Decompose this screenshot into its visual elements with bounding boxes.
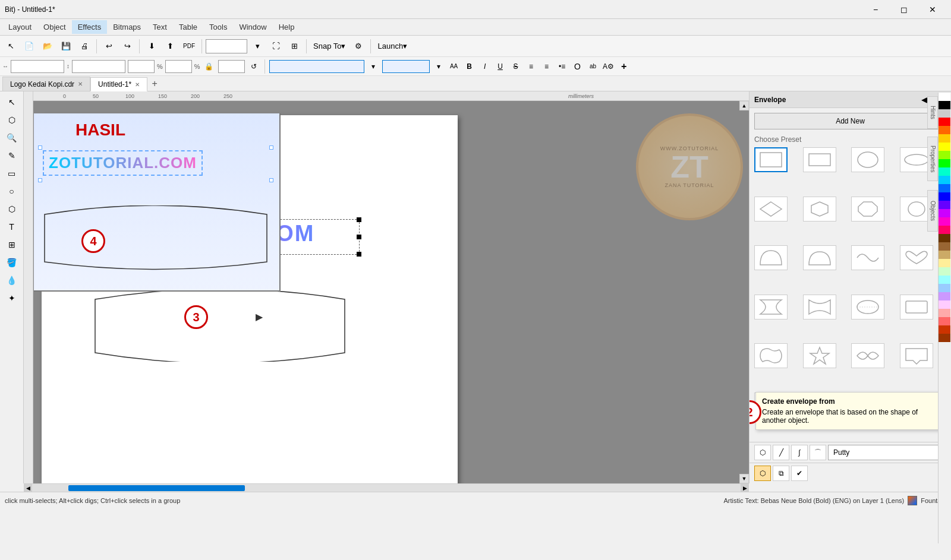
- close-button[interactable]: ✕: [919, 1, 946, 18]
- preset-lens[interactable]: [851, 343, 884, 368]
- color-swatch[interactable]: [939, 334, 950, 342]
- align-left-btn[interactable]: ≡: [525, 60, 538, 73]
- preset-rect[interactable]: [803, 147, 836, 172]
- preset-hexagon[interactable]: [803, 197, 836, 222]
- font-size-input[interactable]: 81.342 pt: [382, 60, 430, 73]
- close-tab-0[interactable]: ✕: [78, 81, 83, 87]
- restore-button[interactable]: ◻: [890, 1, 918, 18]
- envelope-copy-btn[interactable]: ⧉: [773, 466, 789, 481]
- color-swatch[interactable]: [939, 143, 950, 151]
- tab-logo-kedai[interactable]: Logo Kedai Kopi.cdr ✕: [2, 77, 90, 91]
- preset-heart[interactable]: [900, 245, 933, 270]
- handle-mr[interactable]: [357, 235, 361, 239]
- handle-tr[interactable]: [357, 217, 361, 222]
- color-swatch[interactable]: [939, 325, 950, 334]
- env-straight-btn[interactable]: ╱: [773, 445, 789, 460]
- scroll-top-btn[interactable]: ▲: [739, 101, 749, 110]
- font-size-dropdown-btn[interactable]: ▾: [432, 60, 445, 73]
- import-btn[interactable]: ⬇: [143, 38, 160, 55]
- export-btn[interactable]: ⬆: [162, 38, 178, 55]
- color-swatch[interactable]: [939, 292, 950, 300]
- preset-diamond[interactable]: [754, 197, 788, 222]
- preset-blob1[interactable]: [754, 343, 788, 368]
- hscroll-left-btn[interactable]: ◀: [24, 484, 32, 492]
- table-tool[interactable]: ⊞: [2, 236, 22, 253]
- scale-x-input[interactable]: 100.0: [128, 60, 155, 73]
- color-swatch[interactable]: [939, 300, 950, 309]
- color-swatch[interactable]: [939, 192, 950, 201]
- underline-btn[interactable]: U: [494, 60, 507, 73]
- color-swatch[interactable]: [939, 134, 950, 143]
- color-swatch[interactable]: [939, 242, 950, 251]
- color-swatch[interactable]: [939, 234, 950, 242]
- scroll-bottom-btn[interactable]: ▼: [739, 474, 749, 483]
- scale-y-input[interactable]: 100.0: [165, 60, 192, 73]
- outline-btn[interactable]: O: [571, 60, 584, 73]
- color-swatch[interactable]: [939, 167, 950, 176]
- fill-tool[interactable]: 🪣: [2, 254, 22, 271]
- color-swatch[interactable]: [939, 118, 950, 126]
- hscroll-right-btn[interactable]: ▶: [741, 484, 749, 492]
- bullet-btn[interactable]: •≡: [556, 60, 569, 73]
- ellipse-tool[interactable]: ○: [2, 183, 22, 200]
- save-btn[interactable]: 💾: [58, 38, 74, 55]
- env-node-btn[interactable]: ⬡: [754, 445, 771, 460]
- width-input[interactable]: 175.663 mm: [11, 60, 64, 73]
- lock-ratio-btn[interactable]: 🔒: [203, 60, 216, 73]
- hints-panel-btn[interactable]: Hints: [927, 96, 938, 129]
- color-swatch[interactable]: [939, 109, 950, 118]
- env-curve-btn[interactable]: ∫: [791, 445, 808, 460]
- zoom-dropdown-btn[interactable]: ▾: [249, 38, 266, 55]
- eyedropper-tool[interactable]: 💧: [2, 272, 22, 289]
- color-swatch[interactable]: [939, 251, 950, 259]
- minimize-button[interactable]: −: [862, 1, 889, 18]
- snap-to-btn[interactable]: Snap To ▾: [310, 38, 348, 55]
- hscroll-thumb[interactable]: [68, 485, 245, 491]
- add-text-btn[interactable]: +: [618, 60, 631, 73]
- pick-tool-btn[interactable]: ↖: [2, 38, 19, 55]
- open-btn[interactable]: 📂: [39, 38, 56, 55]
- color-swatch[interactable]: [939, 259, 950, 267]
- envelope-from-obj-btn[interactable]: ⬡: [754, 466, 771, 481]
- color-swatch[interactable]: [939, 184, 950, 192]
- handle-br[interactable]: [357, 252, 361, 257]
- color-swatch[interactable]: [939, 176, 950, 184]
- close-tab-1[interactable]: ✕: [135, 81, 140, 88]
- menu-layout[interactable]: Layout: [2, 20, 37, 34]
- height-input[interactable]: 20.575 mm: [72, 60, 125, 73]
- font-select[interactable]: Bebas Neue Bold: [269, 60, 364, 73]
- tab-untitled[interactable]: Untitled-1* ✕: [90, 77, 147, 91]
- menu-tools[interactable]: Tools: [203, 20, 233, 34]
- interactive-tool[interactable]: ✦: [2, 290, 22, 306]
- color-swatch[interactable]: [939, 101, 950, 109]
- preset-wave[interactable]: [851, 245, 884, 270]
- menu-window[interactable]: Window: [233, 20, 272, 34]
- menu-bitmaps[interactable]: Bitmaps: [107, 20, 147, 34]
- grid-btn[interactable]: ⊞: [286, 38, 303, 55]
- text-settings-btn[interactable]: A⚙: [602, 60, 615, 73]
- color-swatch[interactable]: [939, 201, 950, 209]
- print-btn[interactable]: 🖨: [76, 38, 93, 55]
- color-swatch[interactable]: [939, 126, 950, 134]
- zoom-input[interactable]: 50%: [206, 39, 247, 53]
- new-btn[interactable]: 📄: [21, 38, 37, 55]
- font-aa-btn[interactable]: AA: [448, 60, 461, 73]
- menu-help[interactable]: Help: [273, 20, 301, 34]
- add-new-button[interactable]: Add New: [754, 113, 946, 129]
- font-dropdown-btn[interactable]: ▾: [367, 60, 380, 73]
- pdf-btn[interactable]: PDF: [180, 38, 198, 55]
- preset-arch2[interactable]: [803, 245, 836, 270]
- angle-input[interactable]: 0.0: [218, 60, 245, 73]
- color-swatch[interactable]: [939, 276, 950, 284]
- text-tool[interactable]: T: [2, 219, 22, 235]
- preset-arch[interactable]: [754, 245, 788, 270]
- add-tab-btn[interactable]: +: [147, 77, 162, 91]
- redo-btn[interactable]: ↪: [119, 38, 136, 55]
- align-right-btn[interactable]: ≡: [540, 60, 553, 73]
- preset-cross[interactable]: [803, 295, 836, 319]
- menu-text[interactable]: Text: [147, 20, 173, 34]
- rotate-btn[interactable]: ↺: [247, 60, 260, 73]
- preset-diamond2[interactable]: [851, 295, 884, 319]
- preset-octagon[interactable]: [851, 197, 884, 222]
- properties-panel-btn[interactable]: Properties: [927, 137, 938, 181]
